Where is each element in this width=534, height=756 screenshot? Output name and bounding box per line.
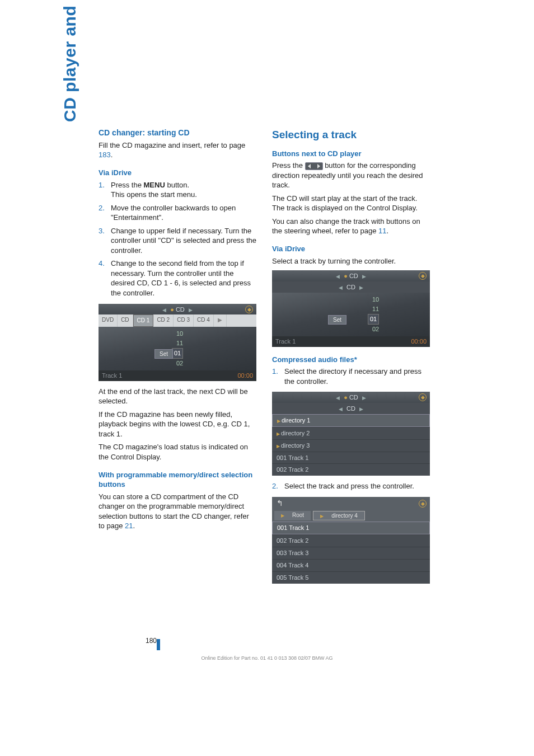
content-columns: CD changer: starting CD Fill the CD maga… [99,128,506,589]
paragraph: Press the button for the corresponding d… [272,161,430,190]
tab-dvd: DVD [99,314,118,327]
back-icon: ↰ [277,499,283,508]
list-item: 4. Change to the second field from the t… [99,259,256,298]
paragraph: Select a track by turning the controller… [272,256,430,266]
screenshot-footer: Track 1 00:00 [99,370,256,381]
chevron-right-icon: ▶ [360,274,368,279]
track-label: Track 1 [102,372,122,380]
steps-list: 1. Select the directory if necessary and… [272,367,430,386]
list-item: 002 Track 2 [272,463,430,476]
info-icon: ◆ [419,500,427,508]
heading-via-idrive-2: Via iDrive [272,244,430,254]
steps-list: 2. Select the track and press the contro… [272,481,430,491]
section-tab-label: CD player and CD changer [60,0,79,122]
list-item: 003 Track 3 [272,547,430,559]
left-column: CD changer: starting CD Fill the CD maga… [99,128,256,589]
list-item: 2. Select the track and press the contro… [272,481,430,491]
chevron-left-icon: ◀ [336,406,345,412]
screenshot-body: 10 11 01 02 Set [272,293,430,336]
paragraph: Fill the CD magazine and insert, refer t… [99,140,256,160]
track-wheel: 10 11 01 02 [368,295,379,334]
chevron-right-icon: ▶ [214,314,227,327]
list-item: 1. Select the directory if necessary and… [272,367,430,386]
tab-cd1-selected: CD 1 [133,314,154,327]
chevron-left-icon: ◀ [334,395,342,401]
triangle-right-icon: ▶ [278,513,288,519]
idrive-screenshot-track: ◀ ● CD ▶ ◆ ◀ CD ▶ 10 11 01 02 [272,270,430,347]
right-column: Selecting a track Buttons next to CD pla… [272,128,430,589]
screenshot-tabs: DVD CD CD 1 CD 2 CD 3 CD 4 ▶ [99,314,256,327]
info-icon: ◆ [419,272,427,280]
screenshot-header: ◀ ● CD ▶ ◆ [272,270,430,281]
heading-buttons-cdplayer: Buttons next to CD player [272,149,430,159]
list-item-selected: ▶directory 1 [272,414,430,427]
list-item-selected: 001 Track 1 [272,522,430,534]
footer-edition-line: Online Edition for Part no. 01 41 0 013 … [0,655,534,661]
heading-selecting-track: Selecting a track [272,128,430,142]
tab-cd3: CD 3 [174,314,194,327]
list-item: 1. Press the MENU button. This opens the… [99,180,256,200]
track-time: 00:00 [411,337,427,346]
triangle-right-icon: ▶ [317,513,327,519]
set-button: Set [154,349,173,359]
tab-cd2: CD 2 [153,314,174,327]
screenshot-body: 10 11 01 02 Set [99,327,256,370]
heading-cd-changer-starting: CD changer: starting CD [99,128,256,138]
list-item: 001 Track 1 [272,452,430,464]
screenshot-subheader: ◀ CD ▶ [272,403,430,414]
list-item: 3. Change to upper field if necessary. T… [99,226,256,256]
paragraph: If the CD magazine has been newly filled… [99,410,256,439]
heading-via-idrive: Via iDrive [99,168,256,178]
skip-button-icon [305,162,323,170]
paragraph: The CD will start play at the start of t… [272,194,430,213]
info-icon: ◆ [419,393,427,401]
breadcrumb-current: ▶directory 4 [313,511,365,521]
directory-list: ▶directory 1 ▶directory 2 ▶directory 3 0… [272,414,430,476]
idrive-screenshot-cdchanger: ◀ ● CD ▶ ◆ DVD CD CD 1 CD 2 CD 3 CD 4 ▶ [99,304,256,381]
tab-cd4: CD 4 [194,314,214,327]
chevron-left-icon: ◀ [160,307,168,313]
page-link-11[interactable]: 11 [378,227,386,235]
screenshot-footer: Track 1 00:00 [272,336,430,347]
track-time: 00:00 [237,372,253,380]
idrive-screenshot-tracks: ↰ ◆ ▶Root ▶directory 4 001 Track 1 002 T… [272,497,430,584]
heading-compressed-audio: Compressed audio files* [272,355,430,365]
step-number: 2. [272,481,278,491]
chevron-right-icon: ▶ [186,307,195,313]
chevron-left-icon: ◀ [336,285,345,290]
set-button: Set [328,315,346,325]
list-item: 004 Track 4 [272,559,430,571]
screenshot-subheader: ◀ CD ▶ [272,281,430,293]
paragraph: The CD magazine's load status is indicat… [99,442,256,462]
tab-cd: CD [118,314,133,327]
list-item: 2. Move the controller backwards to open… [99,203,256,223]
paragraph: You can store a CD compartment of the CD… [99,492,256,531]
page-number: 180 [146,636,163,647]
screenshot-back-bar: ↰ ◆ [272,497,430,510]
triangle-right-icon: ▶ [277,419,280,424]
chevron-right-icon: ▶ [357,285,366,290]
page-link-21[interactable]: 21 [125,522,133,530]
list-item: 005 Track 5 [272,571,430,584]
list-item: ▶directory 2 [272,427,430,439]
steps-list: 1. Press the MENU button. This opens the… [99,180,256,298]
step-number: 2. [99,203,105,213]
page-link-183[interactable]: 183 [99,151,111,159]
screenshot-header: ◀ ● CD ▶ ◆ [272,392,430,403]
list-item: ▶directory 3 [272,439,430,452]
breadcrumb-root: ▶Root [274,511,311,521]
step-number: 1. [272,367,278,377]
idrive-screenshot-directories: ◀ ● CD ▶ ◆ ◀ CD ▶ ▶directory 1 ▶director… [272,392,430,476]
track-wheel: 10 11 01 02 [172,329,183,368]
track-list: 001 Track 1 002 Track 2 003 Track 3 004 … [272,522,430,583]
track-label: Track 1 [275,337,296,346]
page-accent-icon [157,639,160,650]
heading-programmable-memory: With programmable memory/direct selectio… [99,470,256,490]
step-number: 1. [99,180,105,190]
info-icon: ◆ [245,306,253,313]
chevron-left-icon: ◀ [334,274,342,279]
list-item: 002 Track 2 [272,534,430,547]
triangle-right-icon: ▶ [277,431,280,436]
breadcrumb: ▶Root ▶directory 4 [272,510,430,522]
paragraph: At the end of the last track, the next C… [99,387,256,406]
